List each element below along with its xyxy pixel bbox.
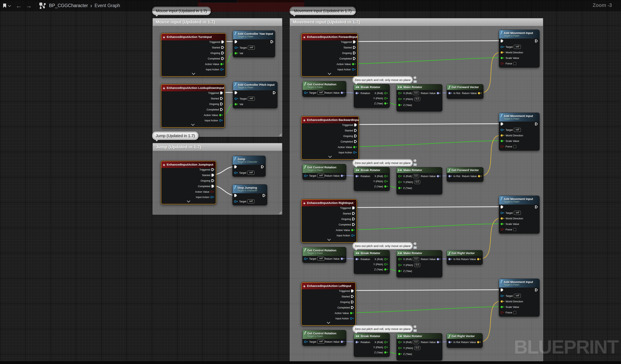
pin-force[interactable]: Force xyxy=(501,227,516,232)
force-checkbox[interactable] xyxy=(513,228,516,231)
pin-completed[interactable]: Completed xyxy=(198,184,214,188)
pin-started[interactable]: Started xyxy=(342,294,354,299)
pin-execin[interactable] xyxy=(234,165,237,169)
pin-scalevalue[interactable]: Scale Value xyxy=(501,222,519,226)
pin-inputaction[interactable]: Input Action xyxy=(205,118,223,122)
pin-execout[interactable] xyxy=(271,39,273,44)
pin-ypitch[interactable]: Y (Pitch)0.0 xyxy=(398,263,420,267)
pin-completed[interactable]: Completed xyxy=(341,139,357,144)
pin-worlddirection[interactable]: World Direction xyxy=(501,216,523,221)
node-enhancedinputaction-leftinput[interactable]: ◈EnhancedInputAction LeftInputTriggeredS… xyxy=(301,282,356,326)
pin-execout[interactable] xyxy=(535,39,538,43)
pin-force[interactable]: Force xyxy=(501,61,516,66)
pin-target[interactable]: Targetself xyxy=(501,128,521,132)
self-reference-pill[interactable]: self xyxy=(247,199,254,203)
pin-xroll[interactable]: X (Roll) xyxy=(375,257,388,261)
node-add-controller-yaw-input[interactable]: ƒAdd Controller Yaw InputTarget is PawnT… xyxy=(233,30,275,57)
pin-completed[interactable]: Completed xyxy=(207,107,223,112)
pin-execin[interactable] xyxy=(235,39,237,44)
pin-ongoing[interactable]: Ongoing xyxy=(209,102,223,106)
pin-returnvalue[interactable]: Return Value xyxy=(421,91,441,95)
node-add-controller-pitch-input[interactable]: ƒAdd Controller Pitch InputTarget is Paw… xyxy=(233,81,277,108)
pin-xroll[interactable]: X (Roll) xyxy=(375,174,388,178)
pin-ypitch[interactable]: Y (Pitch) xyxy=(373,262,388,266)
pin-target[interactable]: Targetself xyxy=(235,96,255,101)
pin-inputaction[interactable]: Input Action xyxy=(339,150,357,155)
pin-actionvalue[interactable]: Action Value xyxy=(204,113,223,117)
pin-inrot[interactable]: In Rot xyxy=(448,257,460,261)
self-reference-pill[interactable]: self xyxy=(514,294,521,298)
float-input-field[interactable]: 0.0 xyxy=(414,180,420,184)
node-add-movement-input-3[interactable]: ƒAdd Movement InputTarget is PawnTargets… xyxy=(499,196,540,234)
pin-target[interactable]: Targetself xyxy=(235,45,255,50)
pin-execin[interactable] xyxy=(501,39,503,43)
pin-target[interactable]: Targetself xyxy=(501,294,521,298)
pin-target[interactable]: Targetself xyxy=(501,45,521,49)
float-input-field[interactable]: 0.0 xyxy=(414,346,420,350)
pin-actionvalue[interactable]: Action Value xyxy=(337,62,356,66)
forward-arrow-icon[interactable]: → xyxy=(24,2,34,9)
bubble-pin-icon[interactable] xyxy=(413,76,417,84)
pin-triggered[interactable]: Triggered xyxy=(341,40,356,44)
pin-triggered[interactable]: Triggered xyxy=(340,206,355,210)
pin-returnvalue[interactable]: Return Value xyxy=(462,91,482,95)
node-add-movement-input-1[interactable]: ƒAdd Movement InputTarget is PawnTargets… xyxy=(499,30,540,68)
pin-scalevalue[interactable]: Scale Value xyxy=(501,305,519,309)
pin-ypitch[interactable]: Y (Pitch) xyxy=(373,345,388,349)
pin-inputaction[interactable]: Input Action xyxy=(337,67,356,71)
pin-ypitch[interactable]: Y (Pitch) xyxy=(373,96,388,100)
pin-target[interactable]: Targetself xyxy=(501,211,521,215)
pin-inrot[interactable]: In Rot xyxy=(448,174,460,178)
pin-returnvalue[interactable]: Return Value xyxy=(421,257,441,261)
node-add-movement-input-2[interactable]: ƒAdd Movement InputTarget is PawnTargets… xyxy=(499,113,540,151)
node-stop-jumping[interactable]: ƒStop JumpingTarget is CharacterTargetse… xyxy=(232,184,267,205)
pin-xroll[interactable]: X (Roll) xyxy=(375,340,388,344)
pin-zyaw[interactable]: Z (Yaw) xyxy=(398,269,412,273)
comment-title-jump[interactable]: Jump (Updated in 1.7) xyxy=(153,143,282,151)
node-make-rotator-1[interactable]: Make RotatorX (Roll)0.0Return ValueY (Pi… xyxy=(397,84,442,111)
node-get-control-rotation-3[interactable]: ƒGet Control RotationTarget is PawnTarge… xyxy=(302,247,346,263)
pin-ypitch[interactable]: Y (Pitch)0.0 xyxy=(398,346,420,350)
pin-worlddirection[interactable]: World Direction xyxy=(501,133,523,138)
pin-actionvalue[interactable]: Action Value xyxy=(205,62,224,66)
self-reference-pill[interactable]: self xyxy=(247,171,254,175)
pin-scalevalue[interactable]: Scale Value xyxy=(501,139,519,143)
bubble-pin-icon[interactable] xyxy=(413,242,417,250)
node-enhancedinputaction-turninput[interactable]: ◈EnhancedInputAction TurnInputTriggeredS… xyxy=(161,33,226,77)
pin-started[interactable]: Started xyxy=(345,128,357,133)
self-reference-pill[interactable]: self xyxy=(514,211,521,215)
bookmark-dropdown-caret-icon[interactable] xyxy=(8,4,11,7)
pin-actionvalue[interactable]: Action Value xyxy=(336,228,355,232)
force-checkbox[interactable] xyxy=(513,311,516,314)
pin-execout[interactable] xyxy=(263,193,265,198)
node-make-rotator-2[interactable]: Make RotatorX (Roll)0.0Return ValueY (Pi… xyxy=(397,167,442,194)
node-enhancedinputaction-jumpinput[interactable]: ◈EnhancedInputAction JumpInputTriggeredS… xyxy=(161,161,216,204)
bookmark-icon[interactable] xyxy=(3,3,6,8)
pin-xroll[interactable]: X (Roll)0.0 xyxy=(398,174,419,178)
node-break-rotator-3[interactable]: Break RotatorRotationX (Roll)Y (Pitch)Z … xyxy=(354,250,390,274)
pin-force[interactable]: Force xyxy=(501,144,516,149)
pin-returnvalue[interactable]: Return Value xyxy=(421,174,441,178)
pin-inputaction[interactable]: Input Action xyxy=(337,233,355,238)
node-make-rotator-4[interactable]: Make RotatorX (Roll)0.0Return ValueY (Pi… xyxy=(397,333,442,361)
breadcrumb-root[interactable]: BP_CGGCharacter xyxy=(49,3,88,8)
float-input-field[interactable]: 0.0 xyxy=(413,340,419,344)
pin-zyaw[interactable]: Z (Yaw) xyxy=(374,184,388,189)
pin-ongoing[interactable]: Ongoing xyxy=(342,51,356,55)
pin-target[interactable]: Targetself xyxy=(304,257,324,261)
pin-triggered[interactable]: Triggered xyxy=(208,91,223,95)
node-expand-chevron[interactable] xyxy=(192,71,195,75)
pin-zyaw[interactable]: Z (Yaw) xyxy=(374,267,388,272)
pin-execin[interactable] xyxy=(501,205,503,209)
pin-triggered[interactable]: Triggered xyxy=(342,123,357,127)
pin-zyaw[interactable]: Z (Yaw) xyxy=(374,101,388,105)
pin-started[interactable]: Started xyxy=(212,45,224,50)
pin-returnvalue[interactable]: Return Value xyxy=(325,340,345,344)
pin-rotation[interactable]: Rotation xyxy=(356,174,370,178)
pin-xroll[interactable]: X (Roll)0.0 xyxy=(398,91,419,95)
pin-ongoing[interactable]: Ongoing xyxy=(343,134,357,138)
pin-completed[interactable]: Completed xyxy=(337,305,354,310)
pin-ongoing[interactable]: Ongoing xyxy=(340,300,354,304)
pin-completed[interactable]: Completed xyxy=(208,56,224,61)
force-checkbox[interactable] xyxy=(513,62,516,65)
